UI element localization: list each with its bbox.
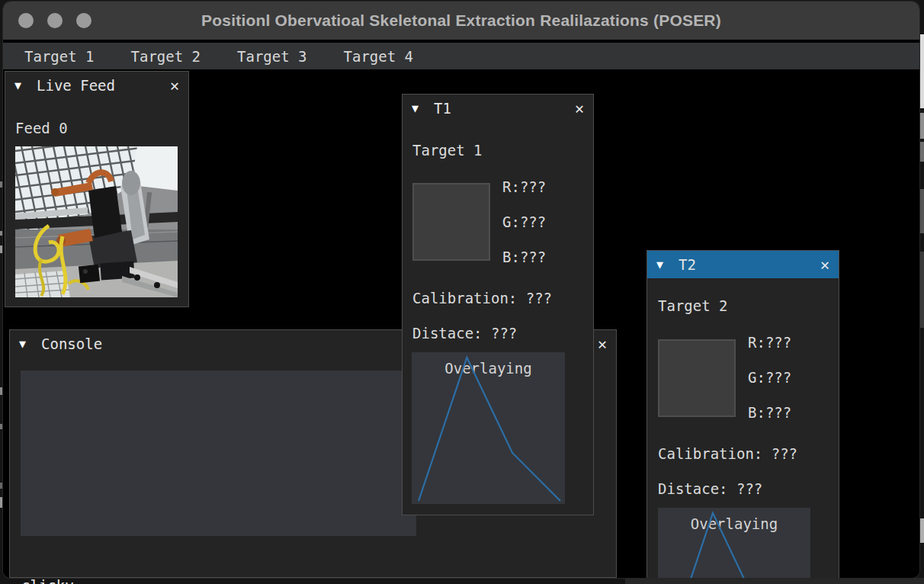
minimize-window-button[interactable] xyxy=(47,13,63,28)
window-title: Positionl Obervatioal Skeletonal Extract… xyxy=(3,11,919,30)
blue-value-label: B:??? xyxy=(748,404,791,421)
overlay-chart: Overlaying xyxy=(412,352,565,504)
distance-label: Distace: ??? xyxy=(412,325,517,342)
collapse-icon[interactable]: ▼ xyxy=(412,103,419,114)
calibration-label: Calibration: ??? xyxy=(412,290,552,306)
app-window: Positionl Obervatioal Skeletonal Extract… xyxy=(3,2,919,578)
live-feed-panel-header[interactable]: ▼ Live Feed ✕ xyxy=(5,72,188,99)
collapse-icon[interactable]: ▼ xyxy=(19,339,26,350)
menu-item-target-4[interactable]: Target 4 xyxy=(344,48,414,65)
background-window-fragment xyxy=(0,483,2,489)
background-window-fragment xyxy=(919,113,924,139)
close-icon[interactable]: ✕ xyxy=(575,101,584,116)
color-swatch xyxy=(658,339,736,417)
live-feed-panel-title: Live Feed xyxy=(37,77,115,94)
workspace: ▼ Console ✕ ▼ Live Feed ✕ Feed 0 xyxy=(3,69,919,578)
t1-panel: ▼ T1 ✕ Target 1 R:??? G:??? B:??? Calibr… xyxy=(402,94,594,515)
close-icon[interactable]: ✕ xyxy=(598,336,607,351)
menubar: Target 1 Target 2 Target 3 Target 4 xyxy=(3,43,919,69)
target-label: Target 2 xyxy=(658,297,728,314)
color-swatch xyxy=(412,183,490,261)
close-icon[interactable]: ✕ xyxy=(820,257,829,272)
t2-panel-header[interactable]: ▼ T2 ✕ xyxy=(647,251,839,278)
distance-label: Distace: ??? xyxy=(658,480,762,497)
blue-value-label: B:??? xyxy=(502,249,546,265)
menu-item-target-3[interactable]: Target 3 xyxy=(237,48,307,65)
background-window-fragment xyxy=(919,518,924,543)
menu-item-target-2[interactable]: Target 2 xyxy=(131,48,201,65)
green-value-label: G:??? xyxy=(748,369,791,386)
zoom-window-button[interactable] xyxy=(76,13,91,28)
t1-panel-header[interactable]: ▼ T1 ✕ xyxy=(403,95,593,122)
console-output[interactable] xyxy=(21,371,416,536)
desktop-partial-text: clicky xyxy=(21,577,74,584)
collapse-icon[interactable]: ▼ xyxy=(14,80,21,91)
background-window-fragment xyxy=(919,34,924,108)
close-icon[interactable]: ✕ xyxy=(170,78,179,93)
feed-image-graphic xyxy=(15,146,178,297)
console-panel-title: Console xyxy=(41,335,102,352)
live-feed-panel: ▼ Live Feed ✕ Feed 0 xyxy=(5,71,189,307)
menu-item-target-1[interactable]: Target 1 xyxy=(24,48,95,65)
overlay-chart: Overlaying xyxy=(658,508,810,578)
target-label: Target 1 xyxy=(412,142,483,159)
t1-panel-title: T1 xyxy=(434,100,451,117)
traffic-lights xyxy=(18,2,91,40)
background-window-fragment xyxy=(920,189,924,233)
close-window-button[interactable] xyxy=(18,13,34,28)
red-value-label: R:??? xyxy=(748,334,791,351)
background-window-fragment xyxy=(920,252,924,328)
titlebar[interactable]: Positionl Obervatioal Skeletonal Extract… xyxy=(3,2,919,40)
live-feed-image xyxy=(15,146,178,297)
feed-label: Feed 0 xyxy=(15,120,68,136)
green-value-label: G:??? xyxy=(502,213,546,230)
background-window-fragment xyxy=(625,578,924,584)
red-value-label: R:??? xyxy=(502,178,546,195)
t2-panel-title: T2 xyxy=(679,256,696,273)
t2-panel: ▼ T2 ✕ Target 2 R:??? G:??? B:??? Calibr… xyxy=(646,250,839,578)
calibration-label: Calibration: ??? xyxy=(658,445,797,462)
collapse-icon[interactable]: ▼ xyxy=(656,259,663,271)
background-window-fragment xyxy=(920,142,924,162)
